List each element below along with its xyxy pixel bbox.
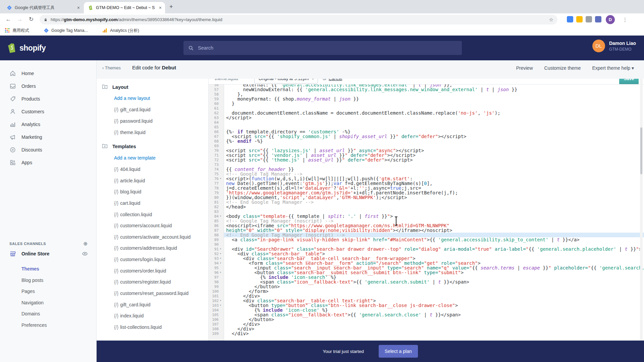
sidebar-item-domains[interactable]: Domains	[21, 311, 40, 316]
file-item[interactable]: {/}gift_card.liquid	[114, 107, 151, 112]
code-line: <span class="icon__fallback-text">{{ 'ge…	[224, 312, 644, 317]
line-number: 106	[209, 317, 219, 322]
file-item[interactable]: {/}customers/account.liquid	[114, 223, 172, 228]
gutter-line: 108	[209, 326, 224, 331]
browser-tab[interactable]: Google 代碼管理工具×	[3, 2, 83, 13]
fold-caret-icon[interactable]: ▾	[220, 177, 221, 180]
save-button[interactable]: Save	[619, 79, 639, 84]
browser-profile-avatar[interactable]: D	[606, 15, 615, 24]
line-number: 75	[209, 172, 219, 176]
sidebar-item-blog-posts[interactable]: Blog posts	[21, 278, 43, 283]
analytics-icon	[9, 121, 16, 128]
file-item[interactable]: {/}blog.liquid	[114, 189, 141, 194]
gutter-line: 56	[209, 84, 224, 87]
file-item[interactable]: {/}theme.liquid	[114, 130, 146, 135]
gutter-line: 62	[209, 111, 224, 115]
file-item[interactable]: {/}customers/register.liquid	[114, 279, 171, 285]
file-item[interactable]: {/}customers/order.liquid	[114, 268, 166, 274]
code-line	[224, 125, 644, 129]
sidebar-item-preferences[interactable]: Preferences	[21, 322, 47, 328]
file-item[interactable]: {/}gift_card.liquid	[114, 302, 151, 307]
file-item[interactable]: {/}list-collections.liquid	[114, 324, 162, 330]
close-icon[interactable]: ×	[77, 5, 80, 10]
extension-icon[interactable]	[576, 16, 583, 22]
sidebar-item-analytics[interactable]: Analytics	[0, 121, 97, 128]
search-icon	[188, 45, 194, 51]
extension-icon[interactable]	[586, 16, 592, 22]
cancel-link[interactable]: Cancel	[329, 79, 342, 81]
bookmark-item[interactable]: Google Tag Mana...	[44, 27, 88, 34]
file-item[interactable]: {/}index.liquid	[114, 313, 144, 318]
file-name: customers/addresses.liquid	[120, 245, 177, 251]
new-tab-button[interactable]: +	[169, 3, 173, 10]
gutter-line: 58	[209, 92, 224, 97]
tree-section-templates[interactable]: Templates	[102, 143, 136, 149]
file-item[interactable]: {/}password.liquid	[114, 118, 153, 124]
code-line: <script src="{{ 'vendor.js' | asset_url …	[224, 153, 644, 158]
fold-caret-icon[interactable]: ▾	[220, 299, 221, 302]
scrollbar-track[interactable]	[640, 79, 643, 341]
add-link[interactable]: Add a new template	[114, 155, 156, 161]
sidebar-item-themes[interactable]: Themes	[21, 266, 39, 272]
shopify-logo[interactable]: shopify	[7, 42, 46, 54]
reload-icon[interactable]: ↻	[27, 15, 36, 24]
file-item[interactable]: {/}customers/addresses.liquid	[114, 245, 177, 251]
close-icon[interactable]: ×	[159, 5, 162, 10]
discounts-icon	[9, 146, 16, 153]
user-menu[interactable]: DL Damon Liao GTM-DEMO	[592, 40, 636, 52]
breadcrumb[interactable]: ‹ Themes	[102, 65, 121, 70]
fold-caret-icon[interactable]: ▾	[220, 215, 221, 218]
sidebar-item-navigation[interactable]: Navigation	[21, 300, 44, 305]
code-line: </head>	[224, 204, 644, 209]
file-item[interactable]: {/}customers/login.liquid	[114, 257, 165, 262]
bookmark-item[interactable]: 應用程式	[5, 27, 29, 34]
extension-icon[interactable]	[567, 16, 573, 22]
url-omnibox[interactable]: https://gtm-demo.myshopify.com/admin/the…	[40, 15, 557, 24]
sidebar-item-discounts[interactable]: Discounts	[0, 146, 97, 154]
code-editor[interactable]: external: {{ 'general.accessibility.link…	[209, 84, 644, 341]
add-channel-icon[interactable]: ⊕	[83, 241, 88, 247]
select-plan-button[interactable]: Select a plan	[379, 345, 418, 358]
tree-section-layout[interactable]: Layout	[102, 84, 128, 90]
gutter-line: 63	[209, 115, 224, 120]
file-item[interactable]: {/}article.liquid	[114, 178, 145, 183]
sidebar-item-online-store[interactable]: Online Store	[0, 250, 97, 257]
fold-caret-icon[interactable]: ▾	[220, 247, 221, 250]
browser-menu-icon[interactable]: ⋮	[623, 15, 628, 24]
file-item[interactable]: {/}cart.liquid	[114, 200, 140, 206]
file-item[interactable]: {/}collection.liquid	[114, 212, 152, 217]
sidebar-item-apps[interactable]: Apps	[0, 159, 97, 166]
file-item[interactable]: {/}customers/reset_password.liquid	[114, 291, 189, 296]
fold-caret-icon[interactable]: ▾	[220, 252, 221, 255]
fold-caret-icon[interactable]: ▾	[220, 261, 221, 264]
eye-icon[interactable]	[82, 251, 88, 257]
line-number: 70	[209, 148, 219, 153]
extension-icon[interactable]	[595, 16, 601, 22]
global-search-input[interactable]: Search	[183, 41, 462, 55]
gutter-line: 95	[209, 265, 224, 270]
line-number: 105	[209, 313, 219, 317]
add-link[interactable]: Add a new layout	[114, 96, 150, 101]
sidebar-item-marketing[interactable]: Marketing	[0, 133, 97, 141]
sidebar-item-orders[interactable]: Orders	[0, 82, 97, 90]
version-dropdown[interactable]: Original - today at 5:12pm▾	[254, 79, 318, 83]
sidebar-item-pages[interactable]: Pages	[21, 289, 35, 294]
action-preview[interactable]: Preview	[516, 65, 533, 71]
action-customize-theme[interactable]: Customize theme	[544, 65, 581, 71]
sidebar-item-products[interactable]: Products	[0, 95, 97, 103]
code-line: <form class="search search-bar__form" ac…	[224, 261, 644, 265]
bookmark-item[interactable]: Analytics (分析)	[102, 27, 139, 34]
scrollbar-thumb[interactable]	[640, 127, 642, 174]
fold-caret-icon[interactable]: ▾	[220, 304, 221, 307]
fold-caret-icon[interactable]: ▾	[220, 271, 221, 274]
action-expert-theme-help[interactable]: Expert theme help ▾	[592, 65, 634, 71]
sidebar-item-label: Customers	[21, 109, 44, 114]
file-item[interactable]: {/}404.liquid	[114, 167, 140, 172]
file-item[interactable]: {/}customers/activate_account.liquid	[114, 234, 191, 240]
bookmark-star-icon[interactable]: ☆	[549, 17, 553, 23]
fold-caret-icon[interactable]: ▾	[220, 257, 221, 260]
sidebar-item-home[interactable]: Home	[0, 70, 97, 77]
sidebar-item-customers[interactable]: Customers	[0, 108, 97, 115]
browser-tab[interactable]: GTM-DEMO ~ Edit ~ Debut ~ S×	[84, 2, 165, 13]
back-icon[interactable]: ←	[4, 15, 13, 24]
